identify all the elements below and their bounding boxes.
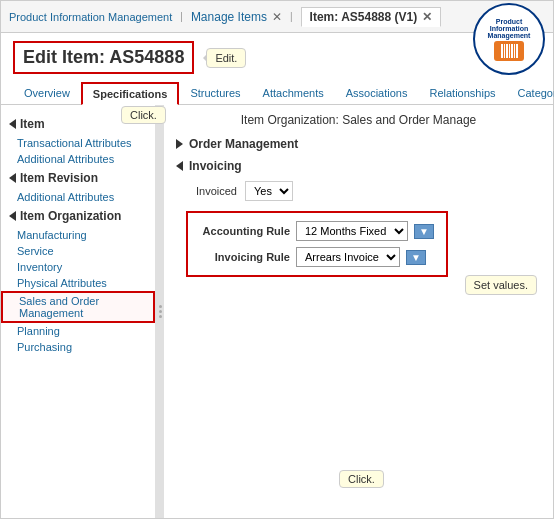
- invoicing-section: Invoicing Invoiced Yes No Accounting Rul…: [176, 159, 541, 277]
- sidebar-section-revision-label: Item Revision: [20, 171, 98, 185]
- nav-as54888-close[interactable]: ✕: [422, 10, 432, 24]
- sidebar-link-inventory[interactable]: Inventory: [1, 259, 155, 275]
- triangle-invoicing: [176, 161, 183, 171]
- invoicing-rule-label: Invoicing Rule: [200, 251, 290, 263]
- nav-manage-items[interactable]: Manage Items ✕: [191, 10, 282, 24]
- tab-click-callout: Click.: [121, 106, 166, 124]
- bottom-click-callout: Click.: [339, 470, 384, 488]
- order-management-label: Order Management: [189, 137, 298, 151]
- page-title: Edit Item: AS54888: [13, 41, 194, 74]
- tab-bar: Overview Specifications Structures Attac…: [1, 82, 553, 105]
- triangle-revision: [9, 173, 16, 183]
- sidebar-link-additional-item[interactable]: Additional Attributes: [1, 151, 155, 167]
- top-nav: Product Information Management | Manage …: [1, 1, 553, 33]
- drag-dots: [159, 305, 162, 318]
- product-badge: Product Information Management: [473, 3, 545, 75]
- triangle-order-mgmt: [176, 139, 183, 149]
- badge-line3: Management: [488, 32, 531, 39]
- tab-categories[interactable]: Categories: [507, 82, 554, 104]
- sidebar-section-revision: Item Revision: [1, 167, 155, 189]
- sidebar-section-org-label: Item Organization: [20, 209, 121, 223]
- accounting-rule-label: Accounting Rule: [200, 225, 290, 237]
- invoiced-select[interactable]: Yes No: [245, 181, 293, 201]
- sidebar-section-org: Item Organization: [1, 205, 155, 227]
- edit-callout: Edit.: [206, 48, 246, 68]
- tab-attachments[interactable]: Attachments: [252, 82, 335, 104]
- nav-product-info[interactable]: Product Information Management: [9, 11, 172, 23]
- badge-line1: Product: [496, 18, 522, 25]
- accounting-rule-row: Accounting Rule 12 Months Fixed ▼: [200, 221, 434, 241]
- set-values-callout: Set values.: [465, 275, 537, 295]
- sidebar: Item Transactional Attributes Additional…: [1, 105, 156, 518]
- sidebar-link-physical[interactable]: Physical Attributes: [1, 275, 155, 291]
- invoicing-rule-arrow[interactable]: ▼: [406, 250, 426, 265]
- tab-overview[interactable]: Overview: [13, 82, 81, 104]
- nav-manage-items-close[interactable]: ✕: [272, 10, 282, 24]
- invoicing-rule-row: Invoicing Rule Arrears Invoice ▼: [200, 247, 434, 267]
- sidebar-link-planning[interactable]: Planning: [1, 323, 155, 339]
- nav-sep2: |: [290, 11, 293, 22]
- tab-associations[interactable]: Associations: [335, 82, 419, 104]
- tab-specifications[interactable]: Specifications: [81, 82, 180, 105]
- accounting-rule-arrow[interactable]: ▼: [414, 224, 434, 239]
- content-area: Item Transactional Attributes Additional…: [1, 105, 553, 518]
- right-panel: Item Organization: Sales and Order Manag…: [164, 105, 553, 518]
- main-container: Product Information Management | Manage …: [0, 0, 554, 519]
- sidebar-link-manufacturing[interactable]: Manufacturing: [1, 227, 155, 243]
- sidebar-section-item-label: Item: [20, 117, 45, 131]
- nav-item-as54888[interactable]: Item: AS54888 (V1) ✕: [301, 7, 442, 27]
- sidebar-link-purchasing[interactable]: Purchasing: [1, 339, 155, 355]
- barcode-icon: [494, 41, 524, 61]
- invoiced-label: Invoiced: [196, 185, 237, 197]
- nav-sep1: |: [180, 11, 183, 22]
- triangle-item: [9, 119, 16, 129]
- invoicing-label: Invoicing: [189, 159, 242, 173]
- accounting-invoicing-form: Accounting Rule 12 Months Fixed ▼ Invoic…: [186, 211, 448, 277]
- sidebar-link-transactional[interactable]: Transactional Attributes: [1, 135, 155, 151]
- badge-line2: Information: [490, 25, 529, 32]
- invoicing-rule-select[interactable]: Arrears Invoice: [296, 247, 400, 267]
- order-management-section: Order Management: [176, 137, 541, 151]
- drag-handle[interactable]: [156, 105, 164, 518]
- sidebar-link-service[interactable]: Service: [1, 243, 155, 259]
- tab-structures[interactable]: Structures: [179, 82, 251, 104]
- invoicing-header: Invoicing: [176, 159, 541, 173]
- page-header: Edit Item: AS54888 Edit.: [1, 33, 553, 82]
- org-title: Item Organization: Sales and Order Manag…: [176, 113, 541, 127]
- accounting-rule-select[interactable]: 12 Months Fixed: [296, 221, 408, 241]
- tab-relationships[interactable]: Relationships: [418, 82, 506, 104]
- sidebar-link-sales-order[interactable]: Sales and Order Management: [1, 291, 155, 323]
- triangle-org: [9, 211, 16, 221]
- sidebar-link-additional-revision[interactable]: Additional Attributes: [1, 189, 155, 205]
- invoiced-row: Invoiced Yes No: [176, 181, 541, 201]
